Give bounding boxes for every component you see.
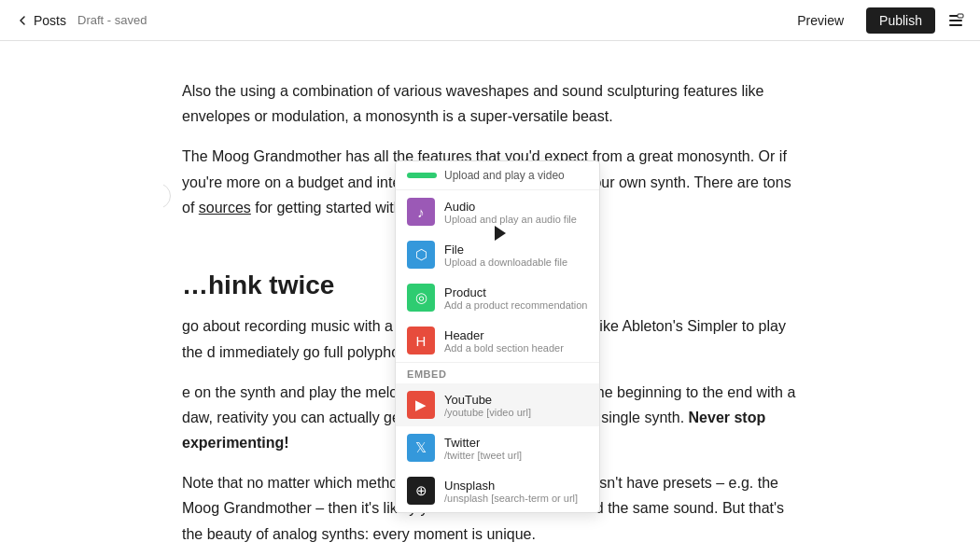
svg-rect-1 [949,20,962,21]
file-icon: ⬡ [407,241,435,269]
youtube-desc: /youtube [video url] [444,407,531,418]
svg-rect-2 [949,24,962,26]
content-area: + Also the using a combination of variou… [163,41,817,556]
publish-button[interactable]: Publish [866,7,935,34]
settings-icon[interactable] [946,11,965,30]
menu-item-product[interactable]: ◎ Product Add a product recommendation [396,276,599,319]
heading-text: hink twice [208,271,334,299]
embed-section-label: EMBED [396,362,599,383]
video-indicator [407,173,437,178]
unsplash-icon: ⊕ [407,477,435,505]
product-text: Product Add a product recommendation [444,285,587,311]
preview-button[interactable]: Preview [786,7,855,34]
topbar-right: Preview Publish [786,7,965,34]
paragraph-1: Also the using a combination of various … [182,78,798,129]
topbar: Posts Draft - saved Preview Publish [0,0,980,41]
heading-think: … [182,271,208,299]
twitter-icon: 𝕏 [407,434,435,462]
header-desc: Add a bold section header [444,342,564,354]
unsplash-desc: /unsplash [search-term or url] [444,493,578,504]
sidebar-icon [946,11,965,30]
para2-end: for getting started with it. [251,200,418,215]
file-text: File Upload a downloadable file [444,243,567,268]
video-bar-item[interactable]: Upload and play a video [396,161,599,190]
file-title: File [444,243,567,257]
audio-text: Audio Upload and play an audio file [444,200,577,225]
sources-link[interactable]: sources [199,200,251,215]
unsplash-text: Unsplash /unsplash [search-term or url] [444,479,578,504]
menu-item-unsplash[interactable]: ⊕ Unsplash /unsplash [search-term or url… [396,469,599,512]
block-picker-dropdown: Upload and play a video ♪ Audio Upload a… [395,160,600,513]
back-label: Posts [34,13,66,28]
file-desc: Upload a downloadable file [444,257,567,268]
twitter-text: Twitter /twitter [tweet url] [444,436,522,461]
menu-item-youtube[interactable]: ▶ YouTube /youtube [video url] [396,383,599,426]
header-icon: H [407,327,435,354]
product-desc: Add a product recommendation [444,299,587,311]
menu-item-header[interactable]: H Header Add a bold section header [396,319,599,362]
product-icon: ◎ [407,284,435,312]
audio-desc: Upload and play an audio file [444,214,577,225]
header-text: Header Add a bold section header [444,328,564,354]
menu-item-twitter[interactable]: 𝕏 Twitter /twitter [tweet url] [396,426,599,469]
unsplash-title: Unsplash [444,479,578,493]
topbar-left: Posts Draft - saved [15,13,147,28]
youtube-text: YouTube /youtube [video url] [444,393,531,418]
twitter-title: Twitter [444,436,522,450]
twitter-desc: /twitter [tweet url] [444,450,522,461]
back-arrow-icon [15,13,30,28]
header-title: Header [444,328,564,342]
back-to-posts[interactable]: Posts [15,13,66,28]
product-title: Product [444,285,587,299]
audio-title: Audio [444,200,577,214]
svg-rect-3 [958,14,963,18]
youtube-title: YouTube [444,393,531,407]
draft-status: Draft - saved [77,13,147,27]
video-bar-text: Upload and play a video [444,169,565,182]
audio-icon: ♪ [407,198,435,226]
youtube-icon: ▶ [407,391,435,419]
mouse-cursor [495,226,506,241]
